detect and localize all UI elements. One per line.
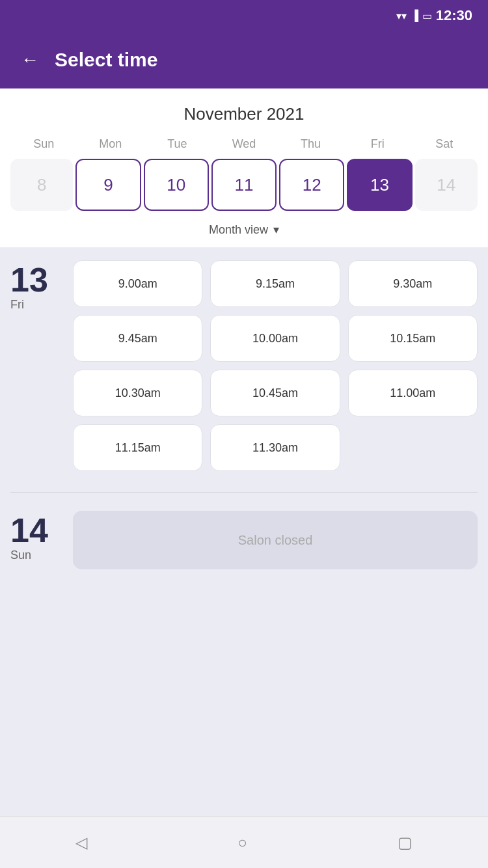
salon-closed-message: Salon closed (73, 511, 478, 569)
battery-icon: ▭ (422, 10, 432, 22)
time-slot-900am[interactable]: 9.00am (73, 260, 202, 307)
calendar-section: November 2021 Sun Mon Tue Wed Thu Fri Sa… (0, 88, 488, 247)
date-9[interactable]: 9 (75, 159, 141, 211)
time-slot-1115am[interactable]: 11.15am (73, 424, 202, 471)
weekday-thu: Thu (277, 137, 344, 151)
time-slot-915am[interactable]: 9.15am (210, 260, 340, 307)
weekday-sun: Sun (10, 137, 77, 151)
time-slot-1045am[interactable]: 10.45am (210, 370, 340, 416)
time-slot-930am[interactable]: 9.30am (348, 260, 478, 307)
app-header: ← Select time (0, 31, 488, 88)
month-view-toggle[interactable]: Month view ▾ (10, 223, 478, 237)
nav-apps-button[interactable]: ▢ (398, 834, 413, 852)
page-title: Select time (55, 49, 157, 71)
date-8[interactable]: 8 (10, 159, 73, 211)
week-dates-row: 8 9 10 11 12 13 14 (10, 159, 478, 211)
date-10[interactable]: 10 (144, 159, 209, 211)
section-divider (10, 492, 478, 493)
day-13-time-grid: 9.00am 9.15am 9.30am 9.45am 10.00am 10.1… (73, 260, 478, 471)
date-14[interactable]: 14 (415, 159, 478, 211)
date-13[interactable]: 13 (347, 159, 412, 211)
weekday-wed: Wed (211, 137, 278, 151)
month-year-label: November 2021 (10, 104, 478, 124)
day-14-name: Sun (10, 549, 31, 562)
day-14-block: 14 Sun Salon closed (10, 511, 478, 569)
date-11[interactable]: 11 (211, 159, 277, 211)
chevron-down-icon: ▾ (273, 223, 279, 237)
status-time: 12:30 (436, 7, 472, 24)
weekday-sat: Sat (411, 137, 478, 151)
navigation-bar: ◁ ○ ▢ (0, 816, 488, 868)
date-12[interactable]: 12 (279, 159, 344, 211)
weekdays-row: Sun Mon Tue Wed Thu Fri Sat (10, 137, 478, 151)
status-bar: ▾▾ ▐ ▭ 12:30 (0, 0, 488, 31)
day-14-number: 14 (10, 513, 48, 547)
time-slots-section: 13 Fri 9.00am 9.15am 9.30am 9.45am 10.00… (0, 247, 488, 816)
time-slot-1100am[interactable]: 11.00am (348, 370, 478, 416)
time-slot-1030am[interactable]: 10.30am (73, 370, 202, 416)
day-13-name: Fri (10, 298, 24, 312)
day-13-block: 13 Fri 9.00am 9.15am 9.30am 9.45am 10.00… (10, 260, 478, 471)
wifi-icon: ▾▾ (396, 10, 407, 22)
weekday-tue: Tue (144, 137, 211, 151)
time-slot-1015am[interactable]: 10.15am (348, 315, 478, 362)
day-13-label: 13 Fri (10, 260, 62, 471)
time-slot-1000am[interactable]: 10.00am (210, 315, 340, 362)
day-14-label: 14 Sun (10, 511, 62, 569)
weekday-fri: Fri (344, 137, 411, 151)
nav-home-button[interactable]: ○ (237, 834, 247, 852)
nav-back-button[interactable]: ◁ (75, 834, 87, 852)
time-slot-1130am[interactable]: 11.30am (210, 424, 340, 471)
month-view-label: Month view (209, 223, 268, 237)
day-13-number: 13 (10, 263, 48, 297)
weekday-mon: Mon (77, 137, 144, 151)
back-button[interactable]: ← (21, 49, 39, 70)
signal-icon: ▐ (411, 10, 418, 21)
time-slot-945am[interactable]: 9.45am (73, 315, 202, 362)
status-icons: ▾▾ ▐ ▭ 12:30 (396, 7, 472, 24)
